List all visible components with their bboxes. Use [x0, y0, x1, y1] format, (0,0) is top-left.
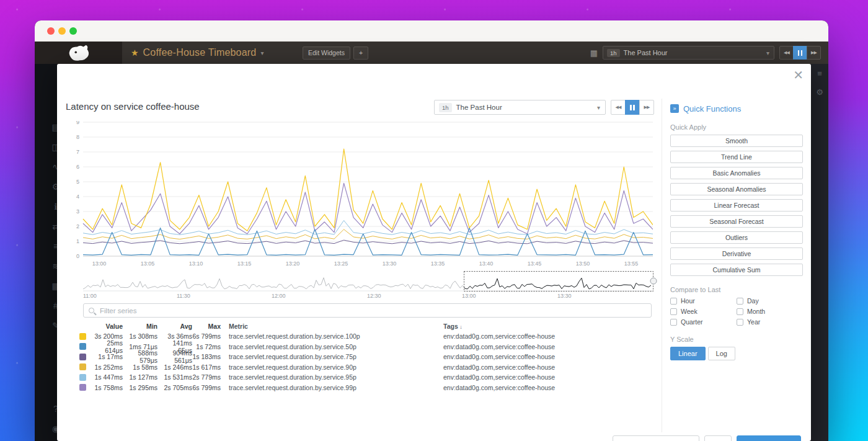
quick-function-trend-line[interactable]: Trend Line	[670, 151, 803, 163]
timeline-minimap[interactable]: 11:0011:3012:0012:3013:0013:30	[83, 271, 658, 300]
series-color-swatch	[79, 333, 86, 340]
svg-text:13:45: 13:45	[528, 261, 542, 267]
series-row[interactable]: 1s 17ms588ms 579μs904ms 561μs1s 183mstra…	[79, 352, 675, 362]
filter-series-box[interactable]	[83, 303, 652, 318]
svg-text:13:15: 13:15	[237, 261, 252, 267]
chevron-down-icon: ▾	[597, 104, 600, 111]
checkbox-icon	[670, 298, 677, 305]
minimize-traffic-light[interactable]	[58, 27, 66, 35]
browser-window: ★ Coffee-House Timeboard ▾ Edit Widgets …	[35, 20, 828, 441]
yscale-log-button[interactable]: Log	[708, 347, 735, 360]
compare-options: HourDayWeekMonthQuarterYear	[670, 297, 803, 326]
svg-text:13:50: 13:50	[576, 261, 590, 267]
chevron-down-icon[interactable]: ▾	[260, 50, 264, 56]
footer-primary-button[interactable]	[737, 435, 801, 441]
yscale-linear-button[interactable]: Linear	[670, 347, 706, 360]
time-pause-button[interactable]	[625, 100, 640, 115]
checkbox-icon	[670, 308, 677, 315]
chevron-down-icon: ▾	[766, 50, 769, 56]
dashboard-title-group[interactable]: ★ Coffee-House Timeboard ▾	[131, 47, 264, 58]
quick-function-cumulative-sum[interactable]: Cumulative Sum	[670, 264, 803, 276]
time-forward-button[interactable]: ▶▶	[807, 46, 821, 60]
svg-text:13:05: 13:05	[141, 261, 155, 267]
brush-handle[interactable]	[650, 278, 657, 284]
global-timerange-select[interactable]: 1h The Past Hour ▾	[603, 46, 774, 60]
svg-text:13:55: 13:55	[624, 261, 639, 267]
svg-text:13:30: 13:30	[383, 261, 397, 267]
time-forward-button[interactable]: ▶▶	[639, 100, 654, 115]
series-row[interactable]: 1s 447ms1s 127ms1s 531ms2s 779mstrace.se…	[79, 372, 675, 383]
quick-function-seasonal-forecast[interactable]: Seasonal Forecast	[670, 215, 803, 228]
datadog-logo[interactable]	[35, 42, 122, 64]
footer-small-button[interactable]	[704, 435, 732, 441]
compare-day-checkbox[interactable]: Day	[737, 297, 803, 305]
minimap-brush[interactable]	[464, 272, 653, 292]
timerange-badge: 1h	[607, 49, 620, 57]
compare-quarter-checkbox[interactable]: Quarter	[670, 318, 737, 326]
svg-text:13:40: 13:40	[479, 261, 494, 267]
compare-year-checkbox[interactable]: Year	[737, 318, 803, 326]
svg-text:13:10: 13:10	[189, 261, 203, 267]
svg-text:13:30: 13:30	[557, 293, 572, 299]
series-row[interactable]: 1s 252ms1s 58ms1s 246ms1s 617mstrace.ser…	[79, 362, 675, 373]
quick-functions-panel: » Quick Functions Quick Apply SmoothTren…	[670, 104, 803, 360]
series-row[interactable]: 1s 758ms1s 295ms2s 705ms6s 799mstrace.se…	[79, 383, 675, 393]
y-scale-toggle: LinearLog	[670, 347, 803, 360]
svg-text:13:00: 13:00	[462, 293, 476, 299]
latency-chart[interactable]: 012345678913:0013:0513:1013:1513:2013:25…	[66, 121, 653, 269]
time-pause-button[interactable]	[793, 46, 807, 60]
series-color-swatch	[79, 363, 86, 370]
zoom-traffic-light[interactable]	[69, 27, 77, 35]
compare-to-last-label: Compare to Last	[670, 286, 803, 293]
svg-text:2: 2	[76, 223, 79, 229]
datadog-app: ★ Coffee-House Timeboard ▾ Edit Widgets …	[35, 42, 828, 441]
footer-secondary-button[interactable]	[613, 435, 699, 441]
svg-text:13:20: 13:20	[286, 261, 300, 267]
filter-series-input[interactable]	[99, 306, 646, 315]
series-color-swatch	[79, 384, 86, 391]
quick-functions-title: Quick Functions	[683, 104, 741, 114]
series-color-swatch	[79, 343, 86, 350]
compare-month-checkbox[interactable]: Month	[737, 308, 803, 315]
close-traffic-light[interactable]	[47, 27, 55, 35]
svg-text:13:35: 13:35	[431, 261, 445, 267]
add-widget-button[interactable]: +	[353, 47, 368, 60]
quick-function-seasonal-anomalies[interactable]: Seasonal Anomalies	[670, 183, 803, 195]
svg-text:13:00: 13:00	[92, 261, 107, 267]
checkbox-icon	[670, 319, 677, 326]
svg-text:1: 1	[76, 238, 79, 244]
quick-function-basic-anomalies[interactable]: Basic Anomalies	[670, 167, 803, 179]
app-top-nav: ★ Coffee-House Timeboard ▾ Edit Widgets …	[35, 42, 828, 64]
calendar-grid-icon[interactable]: ▦	[590, 48, 598, 58]
quick-function-buttons: SmoothTrend LineBasic AnomaliesSeasonal …	[670, 135, 803, 276]
checkbox-icon	[737, 298, 743, 305]
quick-apply-label: Quick Apply	[670, 123, 803, 131]
close-icon[interactable]: ✕	[793, 69, 804, 81]
svg-text:11:30: 11:30	[177, 293, 190, 299]
svg-text:8: 8	[76, 134, 79, 140]
svg-text:0: 0	[76, 253, 79, 259]
svg-text:12:00: 12:00	[272, 293, 286, 299]
window-titlebar[interactable]	[35, 20, 828, 42]
quick-function-derivative[interactable]: Derivative	[670, 247, 803, 260]
edit-widgets-button[interactable]: Edit Widgets	[303, 47, 350, 60]
modal-timerange-select[interactable]: 1h The Past Hour ▾	[434, 100, 606, 115]
svg-text:12:30: 12:30	[367, 293, 381, 299]
quick-function-outliers[interactable]: Outliers	[670, 231, 803, 244]
time-back-button[interactable]: ◀◀	[611, 100, 626, 115]
quick-function-smooth[interactable]: Smooth	[670, 135, 803, 147]
favorite-star-icon[interactable]: ★	[131, 48, 139, 58]
dashboard-title: Coffee-House Timeboard	[143, 47, 257, 58]
svg-text:5: 5	[76, 179, 79, 185]
timerange-badge: 1h	[439, 103, 452, 112]
time-back-button[interactable]: ◀◀	[779, 46, 794, 60]
compare-week-checkbox[interactable]: Week	[670, 308, 737, 315]
quick-function-linear-forecast[interactable]: Linear Forecast	[670, 199, 803, 212]
graph-editor-modal: ✕ Latency on service coffee-house 1h The…	[57, 64, 811, 441]
compare-hour-checkbox[interactable]: Hour	[670, 297, 737, 305]
quick-functions-icon: »	[670, 104, 679, 113]
svg-text:9: 9	[76, 121, 79, 125]
series-color-swatch	[79, 374, 86, 381]
svg-text:3: 3	[76, 208, 79, 215]
series-color-swatch	[79, 354, 86, 360]
